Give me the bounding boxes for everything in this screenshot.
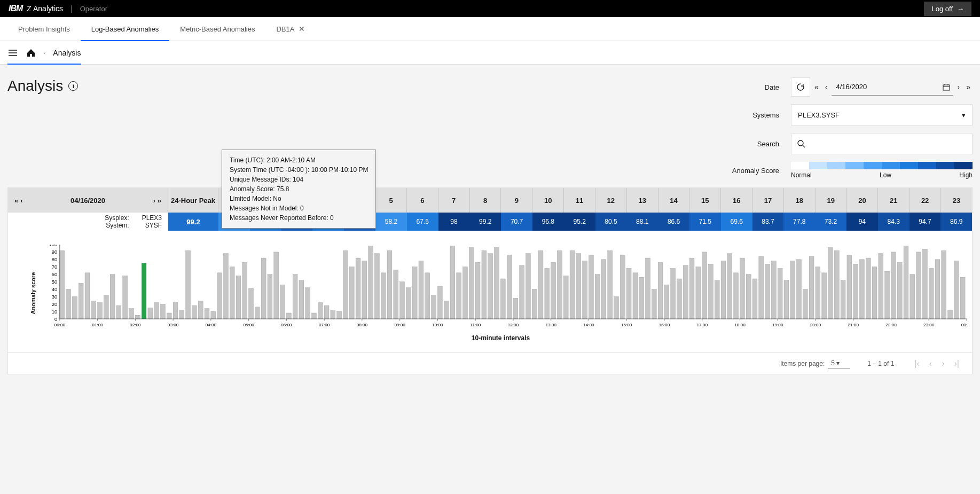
svg-rect-87 [526, 254, 531, 319]
svg-rect-109 [664, 285, 669, 319]
hour-cell-7[interactable]: 98 [438, 213, 470, 231]
svg-rect-146 [897, 262, 902, 319]
close-icon[interactable]: ✕ [299, 25, 305, 33]
svg-rect-74 [444, 301, 449, 319]
svg-text:16:00: 16:00 [659, 323, 670, 327]
svg-rect-105 [639, 277, 644, 319]
svg-rect-115 [702, 252, 707, 319]
svg-rect-32 [179, 310, 184, 319]
svg-rect-67 [400, 282, 405, 319]
svg-rect-94 [570, 250, 575, 319]
heat-next-fast-icon[interactable]: » [158, 197, 161, 205]
svg-rect-91 [551, 262, 556, 319]
chevron-right-icon[interactable]: › [955, 83, 962, 91]
heat-prev-fast-icon[interactable]: « [14, 197, 18, 205]
refresh-button[interactable] [791, 77, 810, 97]
svg-rect-130 [797, 260, 802, 319]
svg-rect-140 [860, 260, 865, 319]
svg-rect-135 [828, 248, 833, 319]
hour-cell-23[interactable]: 86.9 [940, 213, 972, 231]
menu-icon[interactable] [7, 48, 18, 58]
hour-cell-15[interactable]: 71.5 [689, 213, 721, 231]
hour-header: 16 [721, 188, 752, 213]
svg-rect-95 [576, 254, 581, 319]
tab-label: DB1A [276, 25, 294, 33]
hour-cell-20[interactable]: 94 [846, 213, 878, 231]
svg-rect-69 [412, 267, 417, 319]
svg-rect-93 [563, 276, 568, 319]
hour-cell-12[interactable]: 80.5 [595, 213, 627, 231]
svg-rect-66 [394, 270, 398, 319]
svg-rect-102 [620, 255, 625, 319]
hour-cell-17[interactable]: 83.7 [752, 213, 784, 231]
tab-db1a[interactable]: DB1A✕ [265, 17, 316, 41]
svg-rect-47 [274, 252, 279, 319]
tab-label: Metric-Based Anomalies [180, 25, 255, 33]
svg-text:22:00: 22:00 [885, 323, 897, 327]
svg-rect-90 [545, 269, 550, 319]
hour-cell-19[interactable]: 73.2 [815, 213, 846, 231]
page-prev-icon[interactable]: ‹ [926, 359, 935, 368]
hour-cell-10[interactable]: 96.8 [532, 213, 564, 231]
systems-dropdown[interactable]: PLEX3.SYSF ▾ [791, 104, 973, 126]
page-first-icon[interactable]: |‹ [911, 359, 922, 368]
tooltip: Time (UTC): 2:00 AM-2:10 AMSystem Time (… [222, 150, 376, 229]
search-box[interactable] [791, 133, 973, 154]
date-input[interactable] [832, 79, 953, 96]
chart-zone: Anomaly score 010203040506070809010000:0… [8, 234, 972, 352]
hour-cell-6[interactable]: 67.5 [407, 213, 438, 231]
chevron-left-icon[interactable]: ‹ [823, 83, 830, 91]
search-icon [797, 139, 805, 148]
svg-rect-21 [110, 275, 115, 319]
tab-metric-based-anomalies[interactable]: Metric-Based Anomalies [169, 17, 265, 41]
svg-rect-114 [696, 267, 701, 319]
heat-prev-icon[interactable]: ‹ [20, 197, 22, 205]
hour-cell-5[interactable]: 58.2 [375, 213, 407, 231]
hour-cell-13[interactable]: 88.1 [626, 213, 658, 231]
svg-rect-150 [922, 249, 927, 319]
hour-header: 18 [784, 188, 816, 213]
svg-rect-54 [318, 303, 323, 319]
search-input[interactable] [810, 140, 967, 148]
legend-normal: Normal [791, 171, 812, 179]
home-icon[interactable] [26, 48, 36, 58]
double-chevron-right-icon[interactable]: » [964, 83, 973, 91]
arrow-right-icon: → [957, 5, 964, 13]
svg-rect-152 [935, 260, 940, 319]
svg-rect-61 [362, 261, 367, 319]
svg-rect-134 [822, 273, 827, 319]
svg-rect-119 [727, 254, 732, 319]
hour-cell-21[interactable]: 84.3 [878, 213, 910, 231]
info-icon[interactable]: i [68, 81, 78, 91]
hour-cell-9[interactable]: 70.7 [501, 213, 532, 231]
chevron-right-icon: › [44, 50, 45, 56]
svg-rect-17 [85, 273, 90, 319]
breadcrumb-item[interactable]: Analysis [53, 49, 81, 57]
svg-rect-138 [847, 255, 852, 319]
svg-text:19:00: 19:00 [772, 323, 783, 327]
svg-rect-120 [734, 273, 739, 319]
svg-rect-121 [740, 258, 744, 319]
tab-problem-insights[interactable]: Problem Insights [7, 17, 81, 41]
items-per-page-select[interactable]: 5 ▾ [828, 358, 850, 368]
anomaly-chart[interactable]: 010203040506070809010000:0001:0002:0003:… [35, 245, 967, 330]
svg-rect-123 [752, 279, 757, 319]
svg-rect-107 [652, 289, 656, 319]
svg-text:80: 80 [52, 257, 57, 262]
hour-cell-11[interactable]: 95.2 [564, 213, 595, 231]
page-last-icon[interactable]: ›| [951, 359, 962, 368]
chart-xlabel: 10-minute intervals [35, 334, 967, 342]
tab-log-based-anomalies[interactable]: Log-Based Anomalies [81, 17, 169, 41]
hour-cell-22[interactable]: 94.7 [910, 213, 941, 231]
hour-cell-8[interactable]: 99.2 [469, 213, 501, 231]
double-chevron-left-icon[interactable]: « [812, 83, 821, 91]
peak-value[interactable]: 99.2 [168, 213, 218, 231]
svg-rect-25 [135, 315, 140, 319]
hour-cell-16[interactable]: 69.6 [721, 213, 752, 231]
hour-cell-18[interactable]: 77.8 [783, 213, 815, 231]
svg-text:12:00: 12:00 [508, 323, 519, 327]
hour-cell-14[interactable]: 86.6 [658, 213, 689, 231]
page-next-icon[interactable]: › [938, 359, 947, 368]
heat-next-icon[interactable]: › [153, 197, 155, 205]
logoff-button[interactable]: Log off → [924, 2, 971, 16]
